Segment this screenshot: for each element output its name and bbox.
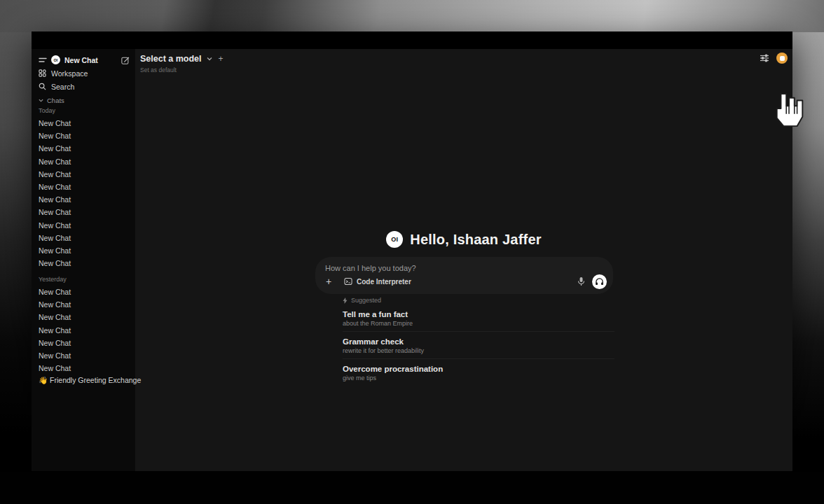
attach-plus-button[interactable]: + [323,276,334,287]
chat-date-label-yesterday: Yesterday [39,276,130,283]
chat-item[interactable]: New Chat [39,362,131,374]
chat-item[interactable]: New Chat [39,117,131,130]
chats-section-label: Chats [47,97,64,104]
search-icon [39,83,46,90]
chat-item[interactable]: New Chat [39,324,131,337]
chevron-down-icon [39,99,43,102]
greeting-text: Hello, Ishaan Jaffer [410,232,541,248]
sidebar: OI New Chat Workspace Search [32,49,135,471]
chevron-down-icon [207,57,212,61]
suggested-label: Suggested [351,297,381,304]
chat-item[interactable]: New Chat [39,155,131,168]
sidebar-header: OI New Chat [39,54,130,66]
message-composer[interactable]: How can I help you today? + Code Interpr… [315,257,613,294]
suggestion-subtitle: rewrite it for better readability [343,347,614,354]
model-selector[interactable]: Select a model + [140,54,224,64]
suggestion-subtitle: about the Roman Empire [343,320,614,327]
suggestion-title: Tell me a fun fact [343,310,614,318]
model-selector-area: Select a model + Set as default [140,54,224,74]
chat-item[interactable]: New Chat [39,286,131,298]
chat-item[interactable]: New Chat [39,219,131,232]
chat-item[interactable]: New Chat [39,298,131,311]
code-interpreter-toggle[interactable]: Code Interpreter [344,277,411,286]
chat-item[interactable]: New Chat [39,257,131,270]
avatar-glyph [780,56,785,61]
code-interpreter-label: Code Interpreter [357,278,411,286]
model-selector-label: Select a model [140,54,202,64]
desktop-background-bottom [0,472,824,504]
suggested-header: Suggested [343,296,614,304]
app-logo: OI [51,55,60,64]
chat-date-label-today: Today [39,107,130,114]
chat-list-today: New ChatNew ChatNew ChatNew ChatNew Chat… [39,117,131,270]
wave-emoji: 👋 [39,376,48,384]
chat-item[interactable]: New Chat [39,337,131,349]
sidebar-item-label: Search [51,83,74,91]
microphone-icon[interactable] [575,276,586,287]
chat-item[interactable]: New Chat [39,142,131,155]
chat-item[interactable]: New Chat [39,349,131,362]
chat-item[interactable]: New Chat [39,206,131,218]
set-default-link[interactable]: Set as default [140,66,224,74]
user-avatar[interactable] [776,52,788,64]
sidebar-item-label: Workspace [51,69,88,78]
sidebar-item-search[interactable]: Search [39,80,130,93]
composer-placeholder: How can I help you today? [325,264,416,272]
greeting-row: OI Hello, Ishaan Jaffer [135,230,792,249]
chat-item[interactable]: New Chat [39,193,131,206]
terminal-icon [344,277,352,286]
sidebar-nav: Workspace Search [39,66,130,93]
new-chat-icon[interactable] [121,56,130,64]
chat-item[interactable]: New Chat [39,244,131,257]
desktop-background-top [0,0,824,32]
controls-sliders-icon[interactable] [760,54,769,62]
suggestion-item[interactable]: Grammar check rewrite it for better read… [343,332,614,359]
suggestion-subtitle: give me tips [343,374,614,382]
bolt-icon [343,298,348,304]
chat-list-yesterday: New ChatNew ChatNew ChatNew ChatNew Chat… [39,286,131,374]
window-titlebar [32,31,792,49]
suggestion-item[interactable]: Overcome procrastination give me tips [343,359,614,386]
chats-section-toggle[interactable]: Chats [39,95,130,105]
suggestion-item[interactable]: Tell me a fun fact about the Roman Empir… [343,304,614,332]
chat-item[interactable]: New Chat [39,130,131,142]
sidebar-item-workspace[interactable]: Workspace [39,66,130,80]
add-model-icon[interactable]: + [219,54,224,64]
suggestion-title: Overcome procrastination [343,365,614,373]
chat-item[interactable]: New Chat [39,311,131,323]
app-logo-large: OI [386,231,403,248]
voice-call-button[interactable] [592,274,607,289]
chat-item[interactable]: New Chat [39,232,131,244]
chat-item-friendly-greeting[interactable]: 👋Friendly Greeting Exchange [39,376,133,387]
chat-item-label: Friendly Greeting Exchange [50,376,141,384]
suggested-prompts: Suggested Tell me a fun fact about the R… [343,296,614,386]
sidebar-title: New Chat [64,56,117,64]
suggestion-title: Grammar check [343,337,614,346]
sidebar-toggle-icon[interactable] [39,57,47,64]
suggestion-list: Tell me a fun fact about the Roman Empir… [343,304,614,386]
chat-item[interactable]: New Chat [39,181,131,193]
composer-toolbar: + Code Interpreter [323,274,607,289]
grid-icon [39,69,46,77]
chat-item[interactable]: New Chat [39,168,131,181]
topbar-right [760,52,788,64]
app-window: OI New Chat Workspace Search [32,31,792,471]
